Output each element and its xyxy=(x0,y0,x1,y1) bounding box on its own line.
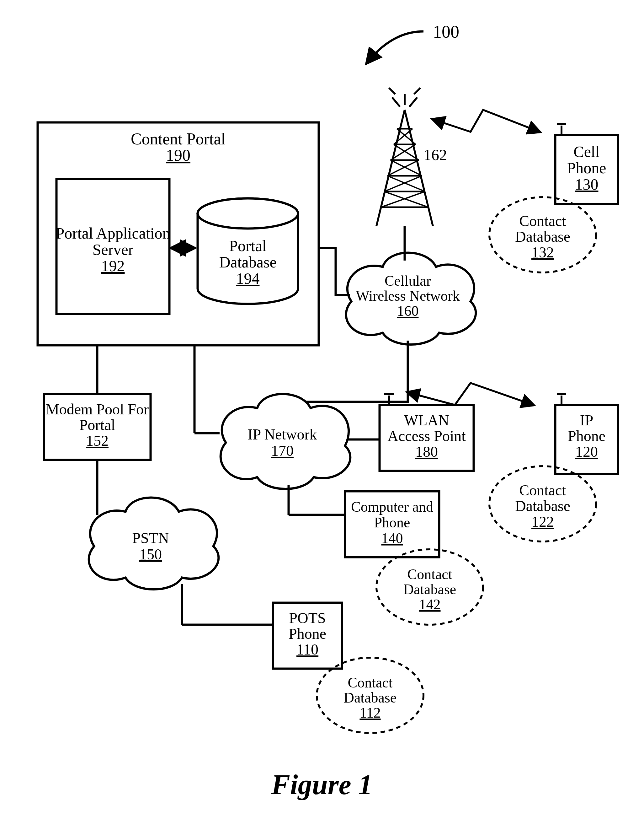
cell-phone-ref: 130 xyxy=(575,175,598,193)
svg-line-21 xyxy=(394,129,412,144)
content-portal-ref: 190 xyxy=(166,146,190,164)
cell-phone-db-ref: 132 xyxy=(531,244,554,261)
svg-line-13 xyxy=(381,192,425,207)
modem-pool-l1: Modem Pool For xyxy=(46,401,149,418)
portal-app-server-l1: Portal Application xyxy=(55,224,170,242)
pstn-ref: 150 xyxy=(139,546,162,562)
cellular-net-ref: 160 xyxy=(397,303,419,319)
cell-tower-ref: 162 xyxy=(423,146,447,164)
portal-database-cylinder: Portal Database 194 xyxy=(198,198,298,304)
figure-number: 100 xyxy=(433,22,459,41)
cellular-network-cloud: Cellular Wireless Network 160 xyxy=(346,253,476,345)
pstn-cloud: PSTN 150 xyxy=(89,498,219,590)
wlan-ap-box: WLAN Access Point 180 xyxy=(380,394,474,471)
radio-link-tower-cellphone xyxy=(433,110,540,132)
cellular-net-l1: Cellular xyxy=(385,273,431,289)
ip-network-ref: 170 xyxy=(271,442,294,459)
network-diagram: 100 Content Portal 190 Portal Applicatio… xyxy=(0,0,644,819)
svg-line-16 xyxy=(387,176,425,192)
computer-phone-db-l1: Contact xyxy=(407,566,452,582)
ip-phone-db: Contact Database 122 xyxy=(489,466,596,541)
modem-pool-l2: Portal xyxy=(79,416,115,433)
wlan-ap-ref: 180 xyxy=(416,443,438,460)
cell-phone-box: Cell Phone 130 xyxy=(555,124,618,204)
content-portal-box: Content Portal 190 Portal Application Se… xyxy=(38,123,319,345)
ip-network-cloud: IP Network 170 xyxy=(221,394,350,489)
pots-phone-db-ref: 112 xyxy=(359,705,380,721)
computer-phone-db-l2: Database xyxy=(403,581,456,598)
pots-phone-l2: Phone xyxy=(288,625,326,642)
cell-phone-l1: Cell xyxy=(573,143,600,160)
cell-phone-db: Contact Database 132 xyxy=(489,197,596,272)
pots-phone-l1: POTS xyxy=(289,610,326,626)
pots-phone-ref: 110 xyxy=(296,641,318,658)
ip-phone-box: IP Phone 120 xyxy=(555,394,618,474)
pots-phone-box: POTS Phone 110 xyxy=(273,603,342,668)
cell-tower-icon: 162 xyxy=(376,88,447,226)
computer-phone-box: Computer and Phone 140 xyxy=(345,491,439,557)
wlan-ap-l1: WLAN xyxy=(404,412,449,429)
portal-db-l2: Database xyxy=(219,254,276,271)
cell-phone-l2: Phone xyxy=(567,159,606,177)
computer-phone-db: Contact Database 142 xyxy=(376,549,483,625)
ip-phone-l2: Phone xyxy=(568,427,606,444)
svg-line-15 xyxy=(384,176,422,192)
computer-phone-l2: Phone xyxy=(374,515,410,530)
portal-db-ref: 194 xyxy=(236,270,260,287)
computer-phone-l1: Computer and xyxy=(351,499,433,515)
ip-phone-ref: 120 xyxy=(575,443,598,460)
cell-phone-db-l1: Contact xyxy=(519,212,566,229)
portal-app-server-ref: 192 xyxy=(101,257,125,275)
svg-line-14 xyxy=(384,192,428,207)
pots-phone-db-l1: Contact xyxy=(348,675,393,691)
svg-line-6 xyxy=(405,110,433,226)
modem-pool-box: Modem Pool For Portal 152 xyxy=(44,394,150,460)
ip-phone-db-l2: Database xyxy=(515,498,570,514)
modem-pool-ref: 152 xyxy=(86,432,109,449)
svg-line-22 xyxy=(397,129,416,144)
ip-network-l1: IP Network xyxy=(248,426,317,443)
figure-caption: Figure 1 xyxy=(271,769,373,800)
cell-phone-db-l2: Database xyxy=(515,228,570,245)
computer-phone-ref: 140 xyxy=(382,530,403,546)
cellular-net-l2: Wireless Network xyxy=(356,288,460,304)
content-portal-title: Content Portal xyxy=(131,130,225,148)
figure-number-pointer: 100 xyxy=(367,22,459,63)
portal-app-server-l2: Server xyxy=(92,241,133,258)
svg-point-4 xyxy=(198,198,298,229)
wlan-ap-l2: Access Point xyxy=(387,427,466,444)
portal-db-l1: Portal xyxy=(229,237,266,255)
computer-phone-db-ref: 142 xyxy=(419,596,441,612)
pots-phone-db-l2: Database xyxy=(344,690,397,706)
ip-phone-l1: IP xyxy=(580,412,593,429)
ip-phone-db-l1: Contact xyxy=(519,482,566,498)
ip-phone-db-ref: 122 xyxy=(531,513,554,530)
svg-line-5 xyxy=(376,110,405,226)
pstn-l1: PSTN xyxy=(132,530,169,546)
